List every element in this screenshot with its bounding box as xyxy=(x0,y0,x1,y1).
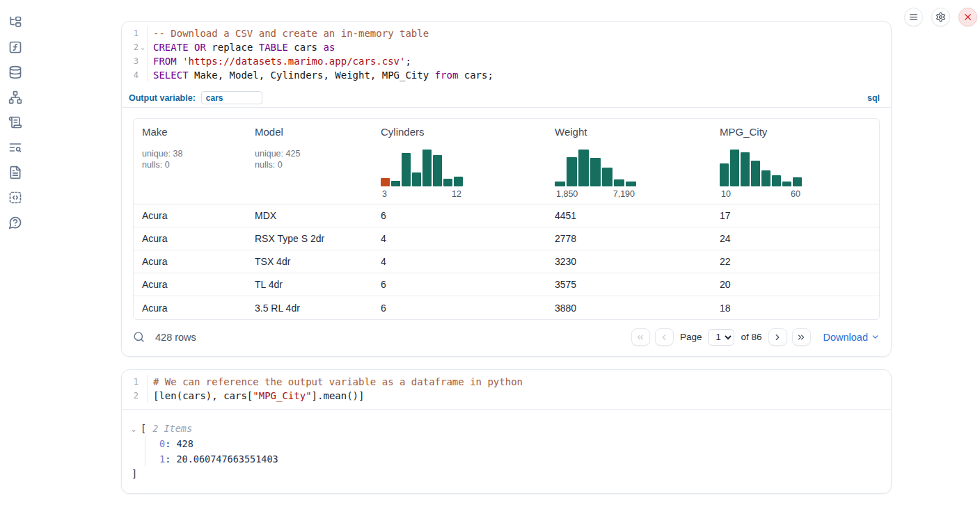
table-cell: 3.5 RL 4dr xyxy=(246,303,372,314)
python-code-editor[interactable]: 1# We can reference the output variable … xyxy=(122,370,891,410)
table-row[interactable]: AcuraTSX 4dr4323022 xyxy=(134,250,879,273)
table-cell: 18 xyxy=(711,303,879,314)
histogram-bar xyxy=(555,182,565,186)
code-text: CREATE OR replace TABLE cars as xyxy=(147,40,891,54)
chevrons-left-icon xyxy=(635,332,645,342)
search-button[interactable] xyxy=(133,331,145,344)
code-line: 2⌄CREATE OR replace TABLE cars as xyxy=(122,40,891,54)
menu-icon xyxy=(908,12,919,22)
histogram-bar xyxy=(402,153,411,186)
histogram-bar xyxy=(454,177,463,186)
table-cell: 4451 xyxy=(546,210,711,221)
output-variable-row: Output variable: sql xyxy=(122,88,891,108)
column-title: Weight xyxy=(555,126,587,138)
code-line: 1# We can reference the output variable … xyxy=(122,375,891,389)
column-header-weight[interactable]: Weight1,8507,190 xyxy=(546,119,711,204)
output-variable-input[interactable] xyxy=(201,91,262,104)
sidebar-item-dependencies[interactable] xyxy=(8,90,22,104)
sidebar-item-help[interactable] xyxy=(8,216,22,230)
page-total-label: of 86 xyxy=(741,332,761,342)
table-cell: 3230 xyxy=(546,256,711,267)
list-item: 0: 428 xyxy=(159,436,880,451)
table-cell: MDX xyxy=(246,210,372,221)
column-header-make[interactable]: Makeunique: 38nulls: 0 xyxy=(134,119,246,204)
chevron-down-icon xyxy=(871,332,880,341)
histogram-bar xyxy=(567,157,577,186)
histogram-bar xyxy=(730,150,739,186)
column-header-model[interactable]: Modelunique: 425nulls: 0 xyxy=(246,119,372,204)
last-page-button[interactable] xyxy=(792,328,811,346)
bracket-close: ] xyxy=(132,467,880,481)
next-page-button[interactable] xyxy=(768,328,787,346)
histogram-bar xyxy=(391,181,400,186)
table-cell: RSX Type S 2dr xyxy=(246,233,372,244)
collapse-chevron-icon[interactable]: ⌄ xyxy=(132,425,141,433)
table-cell: 20 xyxy=(711,279,879,290)
table-row[interactable]: AcuraTL 4dr6357520 xyxy=(134,273,879,296)
function-square-icon xyxy=(8,40,22,54)
histogram-bar xyxy=(614,179,624,186)
line-number: 2 xyxy=(122,42,139,52)
sql-code-editor[interactable]: 1-- Download a CSV and create an in-memo… xyxy=(122,22,891,86)
row-count: 428 rows xyxy=(155,332,196,343)
histogram-bar xyxy=(741,152,750,186)
histogram-bar xyxy=(761,170,770,186)
text-search-icon xyxy=(8,140,22,154)
histogram-bar xyxy=(751,161,760,186)
sidebar-item-logs[interactable] xyxy=(8,115,22,129)
chevrons-right-icon xyxy=(796,332,806,342)
column-header-mpg_city[interactable]: MPG_City1060 xyxy=(711,119,879,204)
code-text: # We can reference the output variable a… xyxy=(147,375,891,389)
notebook: 1-- Download a CSV and create an in-memo… xyxy=(121,21,892,494)
page-select[interactable]: 1 xyxy=(708,329,734,346)
code-line: 4SELECT Make, Model, Cylinders, Weight, … xyxy=(122,68,891,82)
item-index: 0 xyxy=(159,438,165,449)
table-header-row: Makeunique: 38nulls: 0Modelunique: 425nu… xyxy=(134,119,879,204)
table-cell: TSX 4dr xyxy=(246,256,372,267)
output-variable-label: Output variable: xyxy=(129,93,196,103)
sidebar-item-snippets[interactable] xyxy=(8,191,22,204)
column-header-cylinders[interactable]: Cylinders312 xyxy=(372,119,546,204)
code-text: -- Download a CSV and create an in-memor… xyxy=(147,26,891,40)
table-row[interactable]: AcuraRSX Type S 2dr4277824 xyxy=(134,227,879,250)
sidebar-item-documentation[interactable] xyxy=(8,166,22,179)
column-title: MPG_City xyxy=(720,126,767,138)
histogram-bar xyxy=(720,163,729,186)
sql-cell: 1-- Download a CSV and create an in-memo… xyxy=(121,21,892,357)
histogram-bar xyxy=(422,150,432,186)
scroll-text-icon xyxy=(8,115,22,129)
table-row[interactable]: Acura3.5 RL 4dr6388018 xyxy=(134,296,879,319)
language-badge: sql xyxy=(867,93,880,103)
close-x-icon xyxy=(963,12,973,22)
line-number: 1 xyxy=(122,377,139,387)
topbar-actions xyxy=(904,8,977,26)
table-cell: 3575 xyxy=(546,279,711,290)
code-line: 3FROM 'https://datasets.marimo.app/cars.… xyxy=(122,54,891,68)
items-count-label: 2 Items xyxy=(152,423,192,434)
prev-page-button[interactable] xyxy=(655,328,674,346)
code-line: 2[len(cars), cars["MPG_City"].mean()] xyxy=(122,389,891,403)
table-footer: 428 rows Page 1 of 86 Downloa xyxy=(122,320,891,356)
first-page-button[interactable] xyxy=(631,328,650,346)
table-body: AcuraMDX6445117AcuraRSX Type S 2dr427782… xyxy=(134,204,879,319)
histogram-bar xyxy=(602,168,612,186)
download-button[interactable]: Download xyxy=(823,332,880,343)
bracket-open: [ xyxy=(141,423,146,434)
sidebar-item-file-explorer[interactable] xyxy=(8,15,22,29)
histogram-cylinders: 312 xyxy=(381,150,463,199)
line-number: 3 xyxy=(122,56,139,66)
column-title: Model xyxy=(255,126,283,138)
settings-button[interactable] xyxy=(931,8,950,26)
line-number: 2 xyxy=(122,391,139,401)
shutdown-button[interactable] xyxy=(958,8,977,26)
sidebar-item-variables[interactable] xyxy=(8,40,22,54)
table-row[interactable]: AcuraMDX6445117 xyxy=(134,204,879,227)
line-number: 1 xyxy=(122,29,139,38)
fold-arrow-icon[interactable]: ⌄ xyxy=(139,44,147,51)
table-cell: 22 xyxy=(711,256,879,267)
column-stats: unique: 425nulls: 0 xyxy=(255,148,300,170)
sidebar-item-tracebacks[interactable] xyxy=(8,140,22,154)
table-cell: 4 xyxy=(372,256,546,267)
sidebar-item-data-sources[interactable] xyxy=(8,65,22,79)
menu-button[interactable] xyxy=(904,8,923,26)
